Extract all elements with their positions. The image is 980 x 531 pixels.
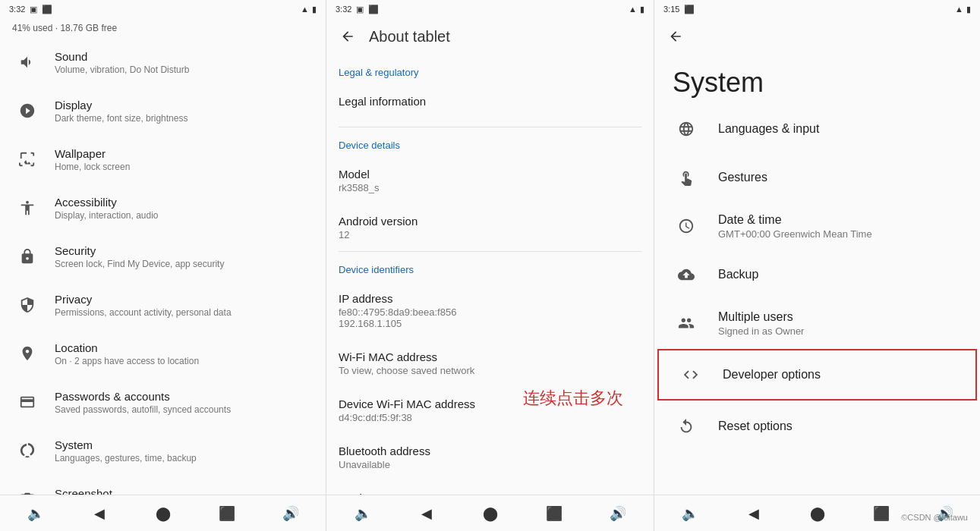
datetime-title: Date & time (718, 213, 872, 227)
settings-item-security[interactable]: Security Screen lock, Find My Device, ap… (0, 232, 326, 281)
languages-title: Languages & input (718, 122, 819, 136)
recents-btn-2[interactable]: ⬛ (540, 500, 568, 527)
accessibility-subtitle: Display, interaction, audio (55, 210, 314, 221)
settings-item-sound[interactable]: Sound Volume, vibration, Do Not Disturb (0, 38, 326, 86)
about-wifi-mac[interactable]: Wi-Fi MAC address To view, choose saved … (326, 340, 654, 387)
security-subtitle: Screen lock, Find My Device, app securit… (55, 259, 314, 269)
system-page-title: System (654, 55, 980, 105)
battery-icon-2: ▮ (640, 5, 644, 14)
wifi-icon: ▲ (301, 5, 309, 14)
passwords-subtitle: Saved passwords, autofill, synced accoun… (55, 404, 314, 415)
developer-title: Developer options (723, 368, 821, 382)
device-wifi-mac-title: Device Wi-Fi MAC address (339, 397, 641, 410)
watermark-text: ©CSDN @loitawu (901, 513, 968, 522)
nav-bar-1: 🔈 ◀ ⬤ ⬛ 🔊 (0, 495, 326, 531)
bluetooth-value: Unavailable (339, 459, 641, 470)
settings-item-passwords[interactable]: Passwords & accounts Saved passwords, au… (0, 378, 326, 426)
status-bar-3: 3:15 ⬛ ▲ ▮ (654, 0, 980, 18)
vol-down-btn-3[interactable]: 🔈 (676, 500, 704, 527)
gestures-title: Gestures (718, 171, 767, 184)
back-button-3[interactable] (660, 21, 691, 52)
about-bluetooth[interactable]: Bluetooth address Unavailable (326, 434, 654, 481)
system-item-users[interactable]: Multiple users Signed in as Owner (654, 299, 980, 347)
ip-title: IP address (339, 292, 641, 305)
users-title: Multiple users (718, 310, 804, 324)
about-android[interactable]: Android version 12 (326, 204, 654, 251)
vol-down-btn[interactable]: 🔈 (22, 500, 49, 527)
home-btn-2[interactable]: ⬤ (477, 500, 504, 527)
vol-down-btn-2[interactable]: 🔈 (349, 500, 377, 527)
system-item-backup[interactable]: Backup (654, 250, 980, 299)
volume-icon (12, 47, 43, 77)
wallpaper-icon (12, 144, 43, 174)
sd-icon-2: ⬛ (368, 5, 379, 14)
model-value: rk3588_s (339, 182, 641, 193)
nav-bar-2: 🔈 ◀ ⬤ ⬛ 🔊 (326, 495, 654, 531)
display-icon (12, 96, 43, 126)
clock-icon (673, 212, 700, 240)
about-tablet-topbar: About tablet (326, 18, 654, 55)
home-btn-1[interactable]: ⬤ (150, 500, 177, 527)
battery-icon-3: ▮ (966, 5, 971, 14)
about-device-wifi-mac[interactable]: Device Wi-Fi MAC address d4:9c:dd:f5:9f:… (326, 387, 654, 434)
sound-subtitle: Volume, vibration, Do Not Disturb (55, 64, 314, 75)
privacy-icon (12, 290, 43, 320)
security-title: Security (55, 244, 314, 257)
about-legal[interactable]: Legal information (326, 84, 654, 127)
time-3: 3:15 (663, 5, 679, 14)
settings-item-display[interactable]: Display Dark theme, font size, brightnes… (0, 86, 326, 135)
screenshot-title: Screenshot (55, 487, 314, 495)
settings-item-location[interactable]: Location On · 2 apps have access to loca… (0, 329, 326, 378)
vol-up-btn[interactable]: 🔊 (277, 500, 304, 527)
back-btn-1[interactable]: ◀ (86, 500, 113, 527)
display-subtitle: Dark theme, font size, brightness (55, 113, 314, 124)
wallpaper-title: Wallpaper (55, 147, 314, 160)
back-button-2[interactable] (332, 21, 363, 52)
storage-info: 41% used · 18.76 GB free (0, 18, 326, 38)
settings-list: Sound Volume, vibration, Do Not Disturb … (0, 38, 326, 495)
vol-up-btn-2[interactable]: 🔊 (604, 500, 632, 527)
gestures-icon (673, 164, 700, 191)
users-icon (673, 309, 700, 337)
battery-icon: ▮ (312, 5, 317, 14)
panel-system: 3:15 ⬛ ▲ ▮ System Languages & input (654, 0, 980, 531)
system-subtitle: Languages, gestures, time, backup (55, 453, 314, 463)
users-subtitle: Signed in as Owner (718, 325, 804, 337)
model-title: Model (339, 168, 641, 181)
about-list: Legal & regulatory Legal information Dev… (326, 55, 654, 495)
wifi-icon-2: ▲ (629, 5, 637, 14)
privacy-subtitle: Permissions, account activity, personal … (55, 307, 314, 318)
accessibility-title: Accessibility (55, 196, 314, 209)
recents-btn-1[interactable]: ⬛ (213, 500, 241, 527)
time-2: 3:32 (336, 5, 351, 14)
sd-icon: ⬛ (42, 5, 52, 14)
back-btn-nav-2[interactable]: ◀ (413, 500, 440, 527)
about-uptime[interactable]: Up time 18:04 (326, 481, 654, 495)
system-item-datetime[interactable]: Date & time GMT+00:00 Greenwich Mean Tim… (654, 202, 980, 250)
sim-icon-2: ▣ (356, 5, 364, 14)
security-icon (12, 241, 43, 272)
sd-icon-3: ⬛ (684, 5, 695, 14)
system-item-developer[interactable]: Developer options (657, 349, 977, 401)
system-item-gestures[interactable]: Gestures (654, 153, 980, 202)
ip-value: fe80::4795:8da9:beea:f856 192.168.1.105 (339, 306, 641, 329)
home-btn-3[interactable]: ⬤ (804, 500, 831, 527)
settings-item-accessibility[interactable]: Accessibility Display, interaction, audi… (0, 184, 326, 232)
recents-btn-3[interactable]: ⬛ (868, 500, 895, 527)
about-model[interactable]: Model rk3588_s (326, 157, 654, 204)
settings-item-screenshot[interactable]: Screenshot Screenshot (0, 475, 326, 495)
panel-about-tablet: 3:32 ▣ ⬛ ▲ ▮ About tablet Legal & regula… (326, 0, 654, 531)
location-icon (12, 338, 43, 369)
about-ip[interactable]: IP address fe80::4795:8da9:beea:f856 192… (326, 281, 654, 340)
back-btn-nav-3[interactable]: ◀ (740, 500, 767, 527)
settings-item-privacy[interactable]: Privacy Permissions, account activity, p… (0, 281, 326, 329)
android-title: Android version (339, 215, 641, 228)
settings-item-wallpaper[interactable]: Wallpaper Home, lock screen (0, 135, 326, 184)
backup-icon (673, 261, 700, 288)
passwords-icon (12, 387, 43, 417)
settings-item-system[interactable]: System Languages, gestures, time, backup (0, 426, 326, 475)
sound-title: Sound (55, 50, 314, 63)
system-item-languages[interactable]: Languages & input (654, 105, 980, 153)
wifi-mac-value: To view, choose saved network (339, 365, 641, 376)
system-item-reset[interactable]: Reset options (654, 402, 980, 451)
